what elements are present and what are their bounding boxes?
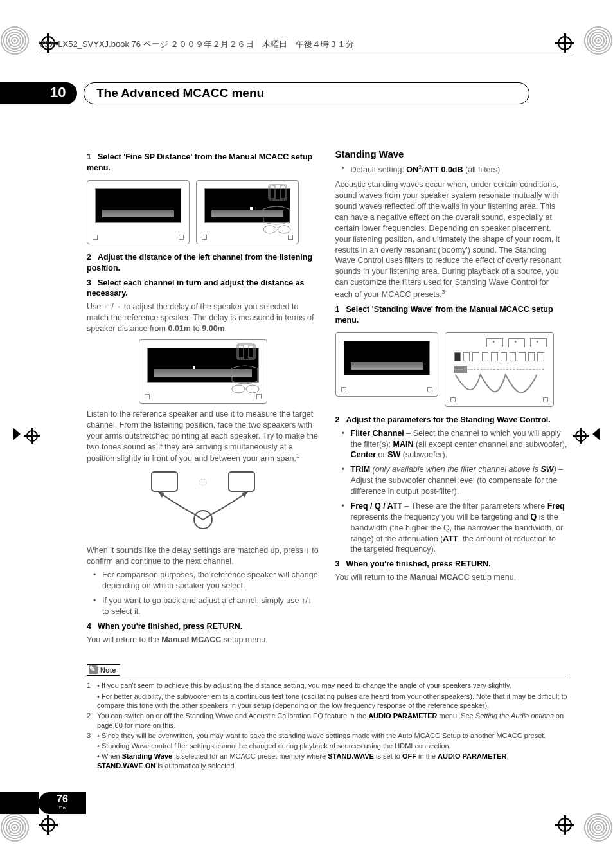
footnote-ref: 3 [442,289,445,295]
svg-rect-10 [152,472,177,491]
page: VSX-LX52_SVYXJ.book 76 ページ ２００９年２月２６日 木曜… [0,0,613,868]
step-number: 2 [335,415,340,424]
step-number: 1 [335,305,340,314]
footnote-number: 3 [87,731,93,740]
diagram-tv-and-sofa [87,180,320,244]
step-title: When you're finished, press RETURN. [98,622,242,631]
svg-rect-11 [229,472,254,491]
left-column: 1Select 'Fine SP Distance' from the Manu… [87,148,320,647]
return-line: You will return to the Manual MCACC setu… [87,635,320,646]
listener-between-speakers-diagram [87,469,320,540]
svg-rect-7 [249,345,254,358]
svg-point-4 [278,226,290,233]
crop-mark-icon [39,815,58,835]
step-title: Adjust the parameters for the Standing W… [346,415,550,424]
step-title: Adjust the distance of the left channel … [87,253,312,273]
footnote-text: • Standing Wave control filter settings … [87,741,568,750]
eq-graph-diagram [445,332,554,407]
svg-point-9 [246,385,259,393]
step-title: When you're finished, press RETURN. [346,559,490,568]
step-title: Select each channel in turn and adjust t… [87,278,305,298]
footnote-ref: 1 [296,453,299,459]
svg-point-8 [232,385,245,393]
step-number: 3 [87,278,91,287]
default-setting-line: Default setting: ON2/ATT 0.0dB (all filt… [344,163,569,176]
diagram-tv-and-eq [335,332,569,407]
match-paragraph: When it sounds like the delay settings a… [87,545,320,567]
svg-rect-5 [237,344,255,359]
footnote-number: 1 [87,681,93,690]
footnote-text: You can switch on or off the Standing Wa… [97,711,568,730]
side-marker-icon [592,428,600,440]
crop-mark-icon [573,428,589,444]
svg-rect-0 [269,185,287,200]
page-footer-bar [0,792,39,814]
page-number: 76 [39,792,86,805]
running-header-text: VSX-LX52_SVYXJ.book 76 ページ ２００９年２月２６日 木曜… [39,39,354,49]
crop-mark-icon [24,428,40,444]
step3-body: Use ←/→ to adjust the delay of the speak… [87,302,320,334]
pencil-icon [89,665,98,674]
right-column: Standing Wave Default setting: ON2/ATT 0… [335,148,569,647]
step-title: Select 'Standing Wave' from the Manual M… [335,305,553,325]
bullet-trim: TRIM (only available when the filter cha… [344,464,569,497]
bullet-freq-q-att: Freq / Q / ATT – These are the filter pa… [344,501,569,555]
section-heading: Standing Wave [335,148,569,161]
tv-with-sofa-diagram [196,180,299,244]
tv-screen-diagram [335,332,438,397]
up-down-arrow-icon: ↑/↓ [301,596,312,605]
note-badge: Note [87,664,120,676]
standing-wave-paragraph: Acoustic standing waves occur when, unde… [335,179,569,300]
running-header: VSX-LX52_SVYXJ.book 76 ページ ２００９年２月２６日 木曜… [39,39,574,53]
step-number: 4 [87,622,91,631]
step-number: 2 [87,253,91,262]
sofa-speakers-icon [187,343,264,401]
page-language: En [39,805,86,811]
svg-point-12 [200,479,206,485]
side-marker-icon [13,428,21,440]
return-line: You will return to the Manual MCACC setu… [335,572,569,583]
svg-rect-1 [270,186,275,199]
note-label: Note [100,665,116,674]
register-mark-icon [583,26,613,55]
left-right-arrow-icon: ←/→ [103,302,121,311]
tv-with-sofa-diagram-2 [87,339,320,404]
footnote-number: 2 [87,711,93,730]
step-title: Select 'Fine SP Distance' from the Manua… [87,152,312,172]
bullet-filter-channel: Filter Channel – Select the channel to w… [344,428,569,461]
footnote-text: • If you can't seem to achieve this by a… [97,681,568,690]
chapter-number: 10 [50,84,66,101]
chapter-bar: 10 The Advanced MCACC menu [0,82,574,104]
register-mark-icon [0,26,30,55]
sofa-speakers-icon [218,183,296,241]
tv-screen-diagram [87,180,190,244]
crop-mark-icon [555,815,574,835]
footnote-text: • When Standing Wave is selected for an … [87,752,568,770]
footnote-text: • For better audibility, the subwoofer e… [87,692,568,710]
step-number: 3 [335,559,340,568]
svg-rect-6 [238,345,244,358]
chapter-title: The Advanced MCACC menu [96,86,264,100]
bullet-item: For comparison purposes, the reference s… [96,570,320,592]
svg-rect-2 [280,186,285,199]
listen-paragraph: Listen to the reference speaker and use … [87,409,320,465]
note-section: Note 1• If you can't seem to achieve thi… [87,664,568,772]
step-number: 1 [87,152,91,161]
bullet-item: If you want to go back and adjust a chan… [96,595,320,617]
svg-point-3 [263,226,276,233]
register-mark-icon [0,813,30,842]
page-number-badge: 76 En [39,792,86,814]
register-mark-icon [583,813,613,842]
footnote-text: • Since they will be overwritten, you ma… [97,731,568,740]
